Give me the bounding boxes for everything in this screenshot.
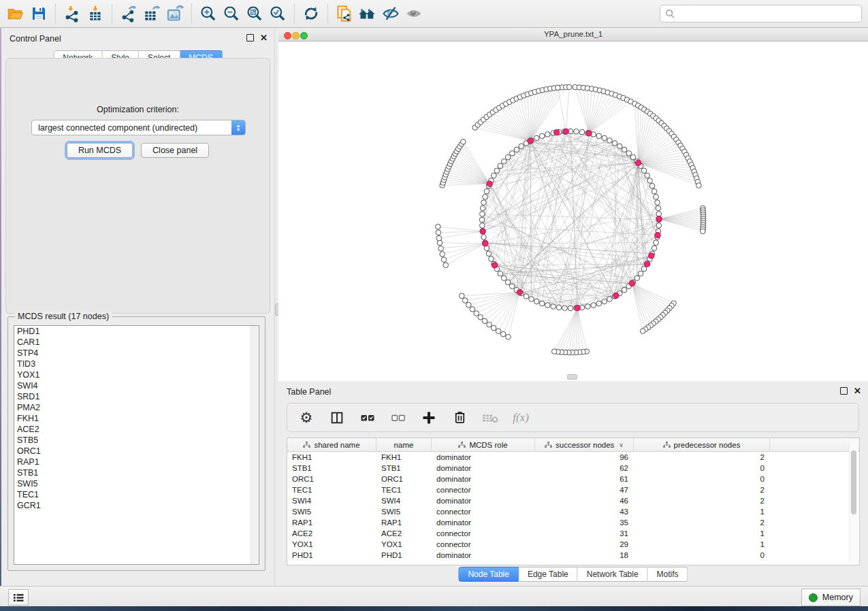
result-node-item[interactable]: ACE2	[14, 424, 259, 435]
delete-column-icon[interactable]	[450, 408, 469, 427]
mcds-hub-node[interactable]	[644, 261, 649, 267]
table-row[interactable]: PHD1PHD1dominator180	[287, 550, 859, 561]
import-table-icon[interactable]	[84, 3, 107, 24]
float-table-panel-icon[interactable]	[840, 387, 848, 395]
mcds-result-list[interactable]: PHD1CAR1STP4TID3YOX1SWI4SRD1PMA2FKH1ACE2…	[14, 325, 259, 565]
mcds-hub-node[interactable]	[635, 160, 641, 165]
delete-table-icon[interactable]	[481, 408, 500, 427]
result-node-item[interactable]: TEC1	[14, 489, 259, 500]
column-settings-icon[interactable]: ⚙	[297, 408, 316, 427]
select-all-icon[interactable]	[358, 408, 377, 427]
mcds-hub-node[interactable]	[649, 253, 654, 259]
show-columns-icon[interactable]	[327, 408, 347, 427]
mcds-hub-node[interactable]	[575, 305, 580, 310]
table-row[interactable]: SWI5SWI5connector431	[287, 506, 859, 517]
column-header-name[interactable]: name	[376, 438, 432, 451]
float-panel-icon[interactable]	[246, 34, 254, 42]
export-image-icon[interactable]	[163, 3, 187, 24]
mcds-hub-node[interactable]	[517, 289, 522, 295]
table-row[interactable]: RAP1RAP1dominator352	[287, 517, 859, 528]
table-row[interactable]: FKH1FKH1dominator962	[287, 452, 859, 463]
column-header-MCDS-role[interactable]: MCDS role	[432, 438, 535, 451]
network-graph[interactable]	[278, 42, 868, 381]
result-node-item[interactable]: SRD1	[14, 391, 259, 402]
mcds-hub-node[interactable]	[586, 131, 592, 136]
memory-label: Memory	[822, 593, 853, 602]
column-header-shared-name[interactable]: shared name	[287, 438, 376, 451]
result-list-scrollbar[interactable]	[251, 326, 259, 564]
result-node-item[interactable]: FKH1	[14, 413, 259, 424]
table-scrollbar-thumb[interactable]	[851, 450, 856, 514]
mcds-result-title: MCDS result (17 nodes)	[15, 312, 112, 321]
criterion-select[interactable]: largest connected component (undirected)…	[31, 120, 246, 135]
mcds-hub-node[interactable]	[656, 216, 662, 222]
table-tab-motifs[interactable]: Motifs	[648, 567, 688, 582]
result-node-item[interactable]: TID3	[14, 359, 259, 369]
table-row[interactable]: TEC1TEC1connector472	[287, 484, 859, 495]
first-neighbors-icon[interactable]	[356, 3, 379, 24]
result-node-item[interactable]: PHD1	[14, 326, 259, 337]
mcds-hub-node[interactable]	[563, 129, 568, 134]
table-tab-node-table[interactable]: Node Table	[458, 567, 519, 582]
table-scrollbar[interactable]	[849, 440, 858, 563]
hide-selected-icon[interactable]	[379, 3, 402, 24]
result-node-item[interactable]: PMA2	[14, 402, 259, 413]
task-history-button[interactable]	[8, 589, 29, 606]
close-panel-icon[interactable]: ✕	[260, 34, 268, 42]
mcds-hub-node[interactable]	[492, 263, 497, 268]
result-node-item[interactable]: STB5	[14, 435, 259, 446]
table-tab-edge-table[interactable]: Edge Table	[519, 567, 578, 582]
result-node-item[interactable]: STP4	[14, 348, 259, 359]
table-cell: 31	[535, 528, 634, 539]
search-field[interactable]	[660, 5, 862, 22]
save-session-icon[interactable]	[27, 3, 50, 24]
show-all-icon[interactable]	[402, 3, 425, 24]
result-node-item[interactable]: GCR1	[14, 500, 259, 511]
network-splitter-handle[interactable]	[567, 374, 577, 380]
mcds-hub-node[interactable]	[655, 232, 660, 237]
table-row[interactable]: YOX1YOX1connector291	[287, 539, 859, 550]
result-node-item[interactable]: SWI5	[14, 478, 259, 489]
result-node-item[interactable]: STB1	[14, 467, 259, 478]
open-session-icon[interactable]	[4, 3, 27, 24]
mcds-hub-node[interactable]	[480, 229, 485, 234]
result-node-item[interactable]: RAP1	[14, 457, 259, 467]
zoom-fit-icon[interactable]	[243, 3, 266, 24]
result-node-item[interactable]: CAR1	[14, 337, 259, 348]
table-row[interactable]: ACE2ACE2connector311	[287, 528, 859, 539]
function-builder-icon[interactable]: f(x)	[511, 408, 530, 427]
network-canvas[interactable]	[278, 42, 868, 381]
mcds-hub-node[interactable]	[487, 181, 492, 186]
export-network-icon[interactable]	[117, 3, 140, 24]
mcds-hub-node[interactable]	[629, 280, 634, 286]
table-row[interactable]: SWI4SWI4dominator462	[287, 495, 859, 506]
search-input[interactable]	[678, 6, 861, 21]
import-network-icon[interactable]	[61, 3, 84, 24]
result-node-item[interactable]: SWI4	[14, 380, 259, 391]
table-row[interactable]: STB1STB1dominator620	[287, 463, 859, 474]
close-panel-button[interactable]: Close panel	[141, 143, 209, 158]
table-row[interactable]: ORC1ORC1dominator610	[287, 474, 859, 484]
result-node-item[interactable]: ORC1	[14, 446, 259, 457]
run-mcds-button[interactable]: Run MCDS	[67, 143, 133, 158]
mcds-hub-node[interactable]	[554, 130, 560, 135]
export-table-icon[interactable]	[140, 3, 163, 24]
zoom-selected-icon[interactable]	[266, 3, 289, 24]
new-network-from-selection-icon[interactable]	[333, 3, 356, 24]
add-column-icon[interactable]	[419, 408, 438, 427]
column-header-predecessor-nodes[interactable]: predecessor nodes	[634, 438, 770, 451]
table-cell: ACE2	[287, 528, 376, 539]
result-node-item[interactable]: YOX1	[14, 369, 259, 380]
table-tab-network-table[interactable]: Network Table	[578, 567, 648, 582]
mcds-hub-node[interactable]	[483, 241, 488, 246]
mcds-hub-node[interactable]	[613, 293, 619, 298]
memory-button[interactable]: Memory	[801, 589, 861, 606]
close-table-panel-icon[interactable]: ✕	[854, 387, 861, 395]
zoom-in-icon[interactable]	[197, 3, 220, 24]
zoom-out-icon[interactable]	[220, 3, 243, 24]
apply-layout-icon[interactable]	[300, 3, 323, 24]
column-header-successor-nodes[interactable]: successor nodes∨	[535, 438, 634, 451]
deselect-all-icon[interactable]	[389, 408, 408, 427]
table-cell: dominator	[432, 452, 535, 463]
mcds-hub-node[interactable]	[528, 138, 533, 144]
